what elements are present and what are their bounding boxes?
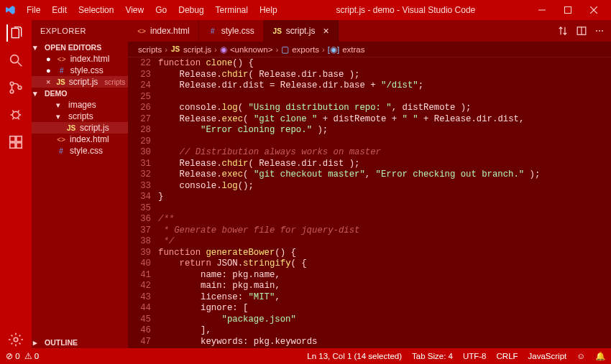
menu-help[interactable]: Help (254, 4, 282, 17)
chevron-right-icon: › (322, 45, 325, 54)
compare-icon[interactable] (558, 26, 568, 36)
code-line[interactable]: "package.json" (158, 314, 611, 326)
menu-terminal[interactable]: Terminal (211, 4, 253, 17)
code-line[interactable]: ], (158, 325, 611, 337)
svg-rect-16 (10, 136, 15, 141)
code-line[interactable] (158, 92, 611, 103)
code-line[interactable] (158, 136, 611, 148)
open-editor-item-active[interactable]: × JS script.js scripts (32, 76, 128, 88)
css-file-icon: # (57, 67, 67, 75)
window-title: script.js - demo - Visual Studio Code (282, 5, 529, 15)
code-line[interactable]: Release.dir.dist = Release.dir.base + "/… (158, 80, 611, 92)
open-editors-section[interactable]: ▾ OPEN EDITORS (32, 42, 128, 53)
chevron-right-icon: › (275, 45, 278, 54)
tab-label: script.js (286, 26, 316, 36)
line-number: 45 (128, 314, 151, 326)
file-label: script.js (69, 77, 98, 87)
open-editor-item[interactable]: ● <> index.html (32, 53, 128, 65)
tab-index-html[interactable]: <> index.html (128, 20, 199, 42)
code-line[interactable]: license: "MIT", (158, 292, 611, 304)
tab-size[interactable]: Tab Size: 4 (412, 352, 453, 360)
code-editor[interactable]: 2223242526272829303132333435363738394041… (128, 57, 611, 348)
file-item[interactable]: # style.css (32, 145, 128, 157)
code-line[interactable]: Release.exec( "git checkout master", "Er… (158, 169, 611, 181)
code-line[interactable]: Release.chdir( Release.dir.dist ); (158, 159, 611, 170)
code-content[interactable]: function clone() { Release.chdir( Releas… (158, 57, 611, 348)
code-line[interactable]: */ (158, 236, 611, 248)
code-line[interactable]: keywords: pkg.keywords (158, 337, 611, 348)
menu-file[interactable]: File (22, 4, 45, 17)
code-line[interactable]: /** (158, 214, 611, 225)
dirty-dot-icon: ● (46, 55, 51, 63)
close-icon[interactable]: × (46, 78, 50, 86)
notifications-icon[interactable]: 🔔 (595, 351, 605, 361)
code-line[interactable]: "Error cloning repo." ); (158, 125, 611, 136)
dirty-dot-icon: ● (46, 66, 51, 75)
split-editor-icon[interactable] (576, 26, 587, 36)
menu-debug[interactable]: Debug (173, 4, 208, 17)
close-button[interactable] (581, 0, 607, 20)
code-line[interactable]: } (158, 192, 611, 203)
breadcrumb-item[interactable]: <unknown> (230, 45, 272, 54)
code-line[interactable]: Release.exec( "git clone " + distRemote … (158, 114, 611, 126)
cursor-position[interactable]: Ln 13, Col 1 (14 selected) (307, 352, 402, 360)
code-line[interactable]: console.log(); (158, 181, 611, 192)
breadcrumb-item[interactable]: scripts (138, 45, 162, 54)
line-number: 36 (128, 214, 151, 225)
debug-icon[interactable] (7, 106, 24, 123)
code-line[interactable]: function generateBower() { (158, 248, 611, 259)
code-line[interactable]: ignore: [ (158, 303, 611, 314)
search-icon[interactable] (7, 52, 24, 69)
settings-gear-icon[interactable] (7, 331, 24, 348)
code-line[interactable]: name: pkg.name, (158, 270, 611, 281)
code-line[interactable]: main: pkg.main, (158, 281, 611, 292)
breadcrumbs[interactable]: scripts › JS script.js › ◉ <unknown> › ▢… (128, 42, 611, 57)
open-editors-label: OPEN EDITORS (45, 43, 101, 52)
maximize-button[interactable] (555, 0, 581, 20)
breadcrumb-item[interactable]: script.js (183, 45, 211, 54)
js-file-icon: JS (66, 124, 76, 132)
folder-item[interactable]: ▾ scripts (32, 111, 128, 122)
tab-script-js[interactable]: JS script.js × (264, 20, 339, 42)
code-line[interactable]: return JSON.stringify( { (158, 258, 611, 270)
open-editor-item[interactable]: ● # style.css (32, 65, 128, 76)
file-item-active[interactable]: JS script.js (32, 122, 128, 134)
source-control-icon[interactable] (7, 79, 24, 96)
chevron-right-icon: ▸ (33, 338, 42, 347)
close-tab-icon[interactable]: × (323, 25, 329, 37)
code-line[interactable]: function clone() { (158, 58, 611, 70)
feedback-icon[interactable]: ☺ (576, 352, 585, 360)
breadcrumb-item[interactable]: exports (292, 45, 319, 54)
menu-edit[interactable]: Edit (47, 4, 72, 17)
minimize-button[interactable] (529, 0, 555, 20)
eol[interactable]: CRLF (497, 352, 518, 360)
menu-view[interactable]: View (120, 4, 149, 17)
language-mode[interactable]: JavaScript (528, 352, 567, 360)
svg-line-14 (12, 118, 14, 120)
editor-group: <> index.html # style.css JS script.js ×… (128, 20, 611, 348)
workspace-section[interactable]: ▾ DEMO (32, 88, 128, 99)
encoding[interactable]: UTF-8 (463, 352, 487, 360)
explorer-icon[interactable] (6, 24, 24, 42)
file-item[interactable]: <> index.html (32, 134, 128, 145)
code-line[interactable]: // Distribution always works on master (158, 147, 611, 159)
code-line[interactable]: Release.chdir( Release.dir.base ); (158, 70, 611, 81)
menu-selection[interactable]: Selection (73, 4, 119, 17)
svg-line-5 (18, 62, 22, 67)
code-line[interactable] (158, 203, 611, 215)
menu-go[interactable]: Go (150, 4, 172, 17)
folder-item[interactable]: ▾ images (32, 99, 128, 111)
code-line[interactable]: console.log( "Using distribution repo: "… (158, 103, 611, 114)
errors-indicator[interactable]: ⊘ 0 (6, 351, 20, 361)
html-file-icon: <> (137, 27, 147, 35)
breadcrumb-item[interactable]: extras (342, 45, 364, 54)
tab-style-css[interactable]: # style.css (199, 20, 264, 42)
extensions-icon[interactable] (7, 134, 24, 151)
warnings-indicator[interactable]: ⚠ 0 (24, 351, 40, 361)
code-line[interactable]: * Generate bower file for jquery-dist (158, 225, 611, 237)
outline-section[interactable]: ▸ OUTLINE (32, 337, 128, 348)
file-label: style.css (70, 65, 104, 75)
svg-point-7 (10, 90, 14, 93)
more-icon[interactable]: ⋯ (595, 26, 604, 36)
file-label: script.js (80, 123, 109, 133)
